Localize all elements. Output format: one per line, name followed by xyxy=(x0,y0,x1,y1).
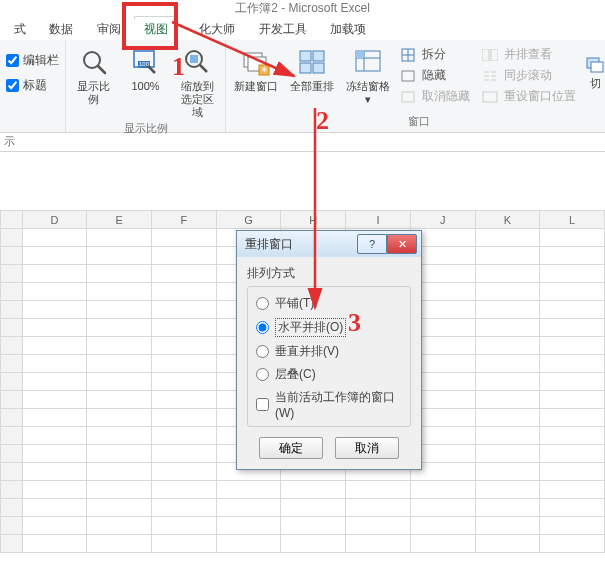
cell[interactable] xyxy=(346,481,411,499)
cell[interactable] xyxy=(216,499,281,517)
cell[interactable] xyxy=(475,409,540,427)
cell[interactable] xyxy=(475,265,540,283)
cell[interactable] xyxy=(152,391,217,409)
cell[interactable] xyxy=(540,337,605,355)
cell[interactable] xyxy=(152,499,217,517)
row-header[interactable] xyxy=(1,247,23,265)
cell[interactable] xyxy=(475,517,540,535)
tab-addins[interactable]: 加载项 xyxy=(320,18,376,40)
cell[interactable] xyxy=(281,499,346,517)
cell[interactable] xyxy=(22,535,87,553)
cell[interactable] xyxy=(540,445,605,463)
cell[interactable] xyxy=(87,355,152,373)
row-header[interactable] xyxy=(1,481,23,499)
row-header[interactable] xyxy=(1,535,23,553)
cell[interactable] xyxy=(540,517,605,535)
row-header[interactable] xyxy=(1,409,23,427)
cell[interactable] xyxy=(475,481,540,499)
select-all-corner[interactable] xyxy=(1,211,23,229)
cell[interactable] xyxy=(22,427,87,445)
row-header[interactable] xyxy=(1,427,23,445)
cell[interactable] xyxy=(152,247,217,265)
cell[interactable] xyxy=(87,301,152,319)
row-header[interactable] xyxy=(1,319,23,337)
cell[interactable] xyxy=(475,373,540,391)
radio-cascade[interactable]: 层叠(C) xyxy=(256,366,402,383)
row-header[interactable] xyxy=(1,517,23,535)
cell[interactable] xyxy=(281,517,346,535)
cell[interactable] xyxy=(22,481,87,499)
cell[interactable] xyxy=(540,355,605,373)
cell[interactable] xyxy=(87,517,152,535)
cell[interactable] xyxy=(475,391,540,409)
freeze-panes-button[interactable]: 冻结窗格▾ xyxy=(344,44,392,106)
cell[interactable] xyxy=(87,373,152,391)
cell[interactable] xyxy=(540,247,605,265)
cell[interactable] xyxy=(475,337,540,355)
cell[interactable] xyxy=(87,499,152,517)
tab-view[interactable]: 视图 xyxy=(134,18,178,40)
cell[interactable] xyxy=(87,481,152,499)
radio-tile[interactable]: 平铺(T) xyxy=(256,295,402,312)
checkbox-active-workbook[interactable]: 当前活动工作簿的窗口(W) xyxy=(256,389,402,420)
cell[interactable] xyxy=(22,517,87,535)
cell[interactable] xyxy=(22,391,87,409)
radio-vertical[interactable]: 垂直并排(V) xyxy=(256,343,402,360)
checkbox-headings[interactable]: 标题 xyxy=(6,77,59,94)
row-header[interactable] xyxy=(1,265,23,283)
cell[interactable] xyxy=(22,229,87,247)
column-header[interactable]: H xyxy=(281,211,346,229)
split-button[interactable]: 拆分 xyxy=(400,46,470,63)
cell[interactable] xyxy=(540,373,605,391)
cell[interactable] xyxy=(540,319,605,337)
cell[interactable] xyxy=(475,427,540,445)
cell[interactable] xyxy=(22,283,87,301)
column-header[interactable]: J xyxy=(410,211,475,229)
cell[interactable] xyxy=(22,301,87,319)
cell[interactable] xyxy=(152,283,217,301)
cell[interactable] xyxy=(410,517,475,535)
cell[interactable] xyxy=(152,265,217,283)
cell[interactable] xyxy=(281,481,346,499)
cell[interactable] xyxy=(475,247,540,265)
cell[interactable] xyxy=(475,499,540,517)
cell[interactable] xyxy=(22,409,87,427)
cell[interactable] xyxy=(346,499,411,517)
cell[interactable] xyxy=(87,319,152,337)
column-header[interactable]: D xyxy=(22,211,87,229)
hide-button[interactable]: 隐藏 xyxy=(400,67,470,84)
cell[interactable] xyxy=(475,445,540,463)
cell[interactable] xyxy=(152,445,217,463)
dialog-titlebar[interactable]: 重排窗口 ? ✕ xyxy=(237,231,421,257)
row-header[interactable] xyxy=(1,391,23,409)
cell[interactable] xyxy=(540,409,605,427)
cell[interactable] xyxy=(152,355,217,373)
cell[interactable] xyxy=(87,247,152,265)
cell[interactable] xyxy=(87,391,152,409)
cell[interactable] xyxy=(152,517,217,535)
cell[interactable] xyxy=(22,265,87,283)
cell[interactable] xyxy=(540,427,605,445)
cell[interactable] xyxy=(475,355,540,373)
cell[interactable] xyxy=(540,229,605,247)
new-window-button[interactable]: ✶ 新建窗口 xyxy=(232,44,280,93)
cell[interactable] xyxy=(152,409,217,427)
dialog-close-button[interactable]: ✕ xyxy=(387,234,417,254)
cell[interactable] xyxy=(87,229,152,247)
row-header[interactable] xyxy=(1,373,23,391)
cell[interactable] xyxy=(475,301,540,319)
row-header[interactable] xyxy=(1,445,23,463)
cell[interactable] xyxy=(152,301,217,319)
row-header[interactable] xyxy=(1,337,23,355)
row-header[interactable] xyxy=(1,301,23,319)
cell[interactable] xyxy=(540,283,605,301)
row-header[interactable] xyxy=(1,229,23,247)
cell[interactable] xyxy=(152,463,217,481)
cell[interactable] xyxy=(152,427,217,445)
cancel-button[interactable]: 取消 xyxy=(335,437,399,459)
cell[interactable] xyxy=(475,283,540,301)
cell[interactable] xyxy=(87,283,152,301)
cell[interactable] xyxy=(540,391,605,409)
cell[interactable] xyxy=(410,535,475,553)
tab-beautify[interactable]: 化大师 xyxy=(181,18,245,40)
